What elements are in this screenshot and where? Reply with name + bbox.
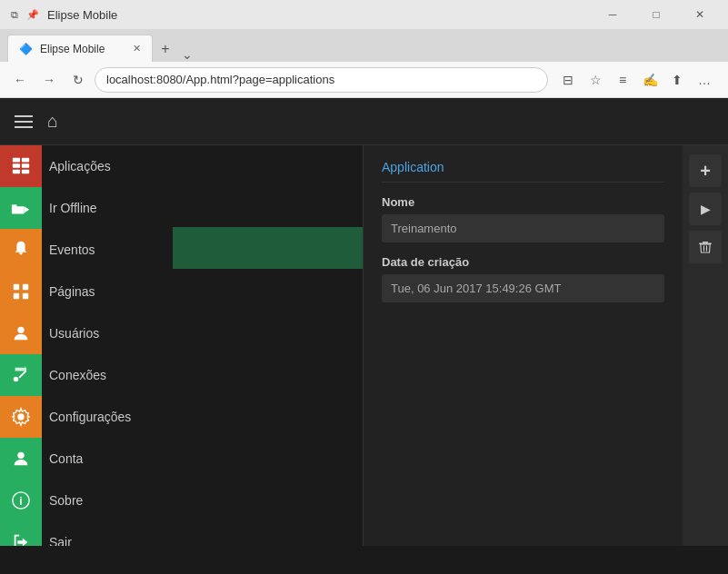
refresh-button[interactable]: ↻ bbox=[65, 67, 91, 93]
tab-title: Elipse Mobile bbox=[40, 43, 125, 55]
detail-panel: Application Nome Treinamento Data de cri… bbox=[364, 145, 683, 546]
sidebar-item-conexoes[interactable]: Conexões bbox=[0, 354, 173, 396]
sidebar-label-eventos: Eventos bbox=[42, 242, 95, 257]
address-bar[interactable]: localhost:8080/App.html?page=application… bbox=[95, 67, 548, 93]
sidebar-item-sair[interactable]: Sair bbox=[0, 521, 173, 546]
title-bar-controls: ⧉ 📌 bbox=[7, 7, 40, 22]
middle-panel bbox=[173, 145, 364, 546]
trash-button[interactable] bbox=[689, 231, 722, 263]
name-label: Nome bbox=[382, 195, 664, 209]
configuracoes-icon bbox=[0, 396, 42, 438]
selected-list-item[interactable] bbox=[173, 227, 363, 269]
address-text: localhost:8080/App.html?page=application… bbox=[106, 73, 334, 86]
browser-title: Elipse Mobile bbox=[47, 8, 117, 22]
svg-marker-7 bbox=[25, 206, 29, 213]
minimize-button[interactable]: ─ bbox=[592, 0, 633, 29]
sidebar-label-usuarios: Usuários bbox=[42, 326, 99, 341]
hamburger-line-3 bbox=[15, 126, 33, 128]
nav-icons: ⊟ ☆ ≡ ✍ ⬆ … bbox=[552, 69, 721, 91]
sidebar-item-configuracoes[interactable]: Configurações bbox=[0, 396, 173, 438]
svg-rect-11 bbox=[14, 293, 19, 299]
tab-dropdown-icon[interactable]: ⌄ bbox=[182, 47, 193, 62]
forward-button[interactable]: → bbox=[36, 67, 62, 93]
browser-pin-icon[interactable]: 📌 bbox=[25, 7, 40, 22]
sidebar-item-conta[interactable]: Conta bbox=[0, 438, 173, 480]
menu-lines-icon[interactable]: ≡ bbox=[612, 69, 633, 91]
date-value: Tue, 06 Jun 2017 15:49:26 GMT bbox=[382, 274, 664, 302]
hamburger-line-2 bbox=[15, 121, 33, 123]
reader-icon[interactable]: ⊟ bbox=[557, 69, 579, 91]
svg-rect-3 bbox=[22, 158, 29, 163]
svg-rect-10 bbox=[23, 284, 28, 290]
sidebar-item-eventos[interactable]: Eventos bbox=[0, 229, 173, 271]
svg-point-15 bbox=[14, 377, 19, 382]
svg-text:i: i bbox=[19, 495, 22, 508]
action-bar: + ▶ bbox=[683, 145, 728, 546]
svg-point-13 bbox=[17, 327, 24, 333]
browser-back-icon[interactable]: ⧉ bbox=[7, 7, 22, 22]
sidebar: Aplicações Ir Offline bbox=[0, 145, 173, 546]
conta-icon bbox=[0, 438, 42, 480]
back-button[interactable]: ← bbox=[7, 67, 33, 93]
svg-rect-4 bbox=[22, 163, 29, 168]
sidebar-label-conexoes: Conexões bbox=[42, 368, 106, 382]
sidebar-label-offline: Ir Offline bbox=[42, 201, 97, 215]
more-icon[interactable]: … bbox=[693, 69, 715, 91]
svg-rect-12 bbox=[23, 293, 28, 299]
eventos-icon bbox=[0, 229, 42, 271]
sidebar-label-aplicacoes: Aplicações bbox=[42, 159, 111, 173]
app-body: Aplicações Ir Offline bbox=[0, 145, 728, 546]
svg-point-16 bbox=[17, 452, 24, 459]
sidebar-item-usuarios[interactable]: Usuários bbox=[0, 312, 173, 354]
sidebar-item-sobre[interactable]: i Sobre bbox=[0, 480, 173, 521]
sidebar-label-conta: Conta bbox=[42, 451, 83, 466]
active-tab[interactable]: 🔷 Elipse Mobile ✕ bbox=[7, 35, 153, 62]
paginas-icon bbox=[0, 271, 42, 312]
sidebar-label-paginas: Páginas bbox=[42, 284, 95, 299]
svg-rect-14 bbox=[18, 371, 26, 379]
tab-bar: 🔷 Elipse Mobile ✕ + ⌄ bbox=[0, 29, 728, 62]
home-icon[interactable]: ⌂ bbox=[47, 111, 58, 132]
app-header: ⌂ bbox=[0, 98, 728, 145]
maximize-button[interactable]: □ bbox=[635, 0, 677, 29]
svg-rect-9 bbox=[14, 284, 19, 290]
close-button[interactable]: ✕ bbox=[679, 0, 721, 29]
navigation-bar: ← → ↻ localhost:8080/App.html?page=appli… bbox=[0, 62, 728, 98]
share-icon[interactable]: ⬆ bbox=[666, 69, 688, 91]
offline-icon bbox=[0, 187, 42, 229]
play-button[interactable]: ▶ bbox=[689, 193, 722, 225]
hamburger-menu[interactable] bbox=[11, 112, 36, 132]
sidebar-item-offline[interactable]: Ir Offline bbox=[0, 187, 173, 229]
pen-icon[interactable]: ✍ bbox=[639, 69, 661, 91]
sidebar-label-configuracoes: Configurações bbox=[42, 410, 131, 424]
sidebar-item-aplicacoes[interactable]: Aplicações bbox=[0, 145, 173, 187]
window-controls: ─ □ ✕ bbox=[592, 0, 721, 29]
hamburger-line-1 bbox=[15, 115, 33, 117]
svg-rect-6 bbox=[12, 206, 25, 213]
aplicacoes-icon bbox=[0, 145, 42, 187]
sair-icon bbox=[0, 521, 42, 546]
svg-rect-8 bbox=[12, 204, 16, 207]
usuarios-icon bbox=[0, 312, 42, 354]
add-button[interactable]: + bbox=[689, 154, 722, 187]
sidebar-label-sair: Sair bbox=[42, 535, 72, 546]
svg-rect-2 bbox=[13, 170, 20, 174]
app-container: ⌂ Aplicações bbox=[0, 98, 728, 546]
sidebar-label-sobre: Sobre bbox=[42, 493, 83, 508]
bookmark-icon[interactable]: ☆ bbox=[584, 69, 606, 91]
svg-rect-5 bbox=[22, 170, 29, 174]
svg-rect-1 bbox=[13, 163, 20, 168]
svg-rect-0 bbox=[13, 158, 20, 163]
new-tab-button[interactable]: + bbox=[153, 36, 178, 62]
conexoes-icon bbox=[0, 354, 42, 396]
tab-close-icon[interactable]: ✕ bbox=[133, 43, 141, 54]
sidebar-item-paginas[interactable]: Páginas bbox=[0, 271, 173, 312]
sobre-icon: i bbox=[0, 480, 42, 521]
date-label: Data de criação bbox=[382, 255, 664, 269]
name-value: Treinamento bbox=[382, 214, 664, 242]
detail-section-title: Application bbox=[382, 160, 664, 183]
title-bar: ⧉ 📌 Elipse Mobile ─ □ ✕ bbox=[0, 0, 728, 29]
